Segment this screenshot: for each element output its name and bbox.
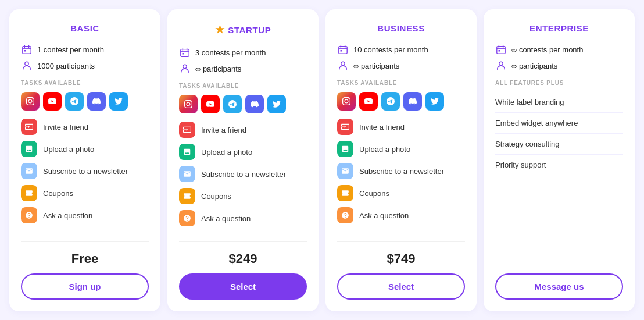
plan-cta-startup[interactable]: Select: [179, 273, 307, 300]
plan-title-startup: ★ STARTUP: [179, 23, 307, 36]
plan-cta-enterprise[interactable]: Message us: [495, 273, 623, 300]
social-icon-0: [337, 92, 356, 111]
social-icon-2: [223, 95, 242, 113]
plan-price-basic: Free: [21, 251, 149, 266]
task-photo: Upload a photo: [21, 141, 149, 157]
social-icon-1: [201, 95, 220, 113]
task-icon-question: [21, 207, 37, 223]
task-invite: Invite a friend: [21, 119, 149, 135]
plan-features-startup: 3 contests per month ∞ participantsTASKS…: [179, 47, 307, 232]
svg-rect-10: [499, 50, 500, 52]
star-icon: ★: [215, 23, 225, 36]
task-invite: Invite a friend: [337, 119, 465, 135]
plan-name-startup: STARTUP: [228, 25, 271, 35]
enterprise-feature-0: White label branding: [495, 92, 623, 113]
calendar-icon: [337, 44, 349, 55]
task-coupon: Coupons: [21, 185, 149, 201]
task-label-invite: Invite a friend: [201, 126, 246, 134]
person-icon: [21, 60, 33, 72]
contests-value: ∞ contests per month: [511, 45, 583, 54]
task-photo: Upload a photo: [337, 141, 465, 157]
task-label-coupon: Coupons: [43, 189, 73, 198]
plan-header-basic: BASIC: [21, 23, 149, 33]
task-icon-photo: [21, 141, 37, 157]
task-photo: Upload a photo: [179, 144, 307, 160]
plan-title-enterprise: ENTERPRISE: [495, 23, 623, 33]
plan-header-startup: ★ STARTUP: [179, 23, 307, 36]
social-icon-1: [43, 92, 62, 111]
social-icons-row: [179, 95, 307, 113]
enterprise-feature-3: Priority support: [495, 155, 623, 175]
plan-card-enterprise: ENTERPRISE ∞ contests per month ∞ partic…: [484, 9, 635, 311]
plan-name-basic: BASIC: [70, 23, 99, 33]
task-coupon: Coupons: [337, 185, 465, 201]
social-icon-4: [425, 92, 444, 111]
participants-value: ∞ participants: [353, 62, 399, 70]
section-label: TASKS AVAILABLE: [337, 80, 465, 86]
plan-card-business: BUSINESS 10 contests per month ∞ partici…: [325, 9, 477, 311]
task-label-newsletter: Subscribe to a newsletter: [201, 170, 286, 179]
task-invite: Invite a friend: [179, 122, 307, 138]
plan-title-business: BUSINESS: [337, 23, 465, 33]
contests-stat: 10 contests per month: [337, 44, 465, 55]
person-icon: [495, 60, 507, 72]
plan-cta-business[interactable]: Select: [337, 273, 465, 300]
task-question: Ask a question: [179, 210, 307, 226]
plan-features-business: 10 contests per month ∞ participantsTASK…: [337, 44, 465, 232]
enterprise-feature-2: Strategy consulting: [495, 134, 623, 155]
contests-value: 10 contests per month: [353, 45, 428, 54]
plan-footer-business: $749Select: [337, 241, 465, 300]
participants-stat: 1000 participants: [21, 60, 149, 72]
contests-value: 1 contest per month: [37, 45, 104, 54]
participants-value: 1000 participants: [37, 62, 95, 70]
svg-rect-9: [497, 47, 505, 54]
social-icon-2: [381, 92, 400, 111]
social-icon-1: [359, 92, 378, 111]
contests-stat: ∞ contests per month: [495, 44, 623, 55]
task-question: Ask a question: [337, 207, 465, 223]
social-icon-4: [267, 95, 286, 113]
svg-point-2: [25, 62, 28, 65]
task-label-invite: Invite a friend: [359, 123, 405, 131]
section-label: TASKS AVAILABLE: [21, 80, 149, 86]
task-label-question: Ask a question: [43, 211, 92, 220]
plan-card-startup: ★ STARTUP 3 contests per month ∞ partici…: [167, 9, 319, 311]
social-icon-3: [87, 92, 106, 111]
task-label-question: Ask a question: [359, 211, 409, 220]
participants-value: ∞ participants: [195, 65, 241, 73]
task-newsletter: Subscribe to a newsletter: [21, 163, 149, 179]
social-icon-0: [179, 95, 198, 113]
task-icon-newsletter: [337, 163, 353, 179]
social-icon-2: [65, 92, 84, 111]
task-label-newsletter: Subscribe to a newsletter: [43, 167, 128, 176]
plan-price-business: $749: [337, 251, 465, 266]
social-icon-0: [21, 92, 40, 111]
task-icon-invite: [179, 122, 195, 138]
calendar-icon: [179, 47, 191, 58]
participants-value: ∞ participants: [511, 62, 557, 70]
svg-rect-6: [339, 47, 347, 54]
task-icon-coupon: [337, 185, 353, 201]
section-label: TASKS AVAILABLE: [179, 83, 307, 89]
svg-point-8: [341, 62, 345, 65]
participants-stat: ∞ participants: [337, 60, 465, 72]
contests-stat: 1 contest per month: [21, 44, 149, 55]
section-label: ALL FEATURES PLUS: [495, 80, 623, 86]
plan-cta-basic[interactable]: Sign up: [21, 273, 149, 300]
svg-point-5: [183, 65, 187, 68]
person-icon: [337, 60, 349, 72]
svg-point-11: [499, 62, 503, 65]
plan-features-basic: 1 contest per month 1000 participantsTAS…: [21, 44, 149, 232]
plan-name-enterprise: ENTERPRISE: [529, 23, 589, 33]
social-icons-row: [21, 92, 149, 111]
svg-rect-7: [341, 50, 342, 52]
plan-name-business: BUSINESS: [377, 23, 425, 33]
task-icon-coupon: [21, 185, 37, 201]
social-icons-row: [337, 92, 465, 111]
svg-rect-3: [181, 49, 189, 57]
task-label-photo: Upload a photo: [201, 148, 252, 157]
social-icon-3: [403, 92, 422, 111]
task-label-photo: Upload a photo: [359, 145, 410, 154]
task-label-question: Ask a question: [201, 214, 251, 223]
plan-footer-enterprise: Message us: [495, 258, 623, 300]
